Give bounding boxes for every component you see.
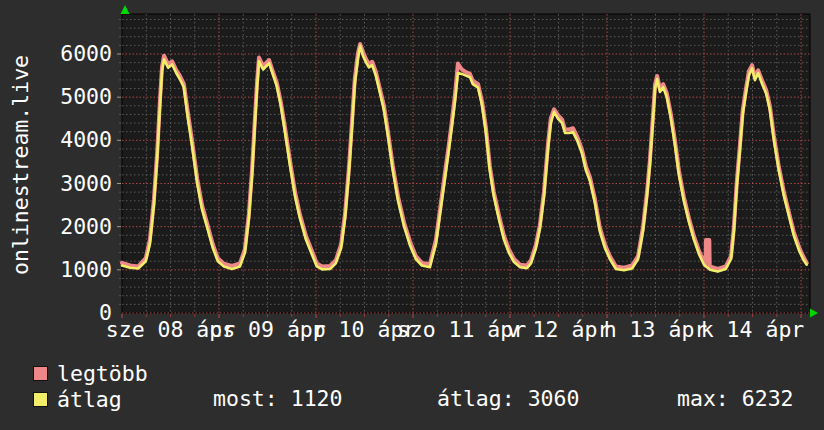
legend-label-max: legtöbb: [57, 361, 148, 386]
stat-atlag-label: átlag:: [437, 388, 515, 410]
legend-label-avg: átlag: [57, 387, 122, 412]
y-axis-tick-label: 5000: [0, 86, 112, 108]
legend-item-atlag: átlag: [33, 388, 122, 410]
stat-atlag: átlag:3060: [437, 388, 579, 410]
y-axis-arrow-icon: [121, 5, 130, 14]
x-axis-tick-label: k 14 ápr: [678, 319, 824, 341]
legend-swatch-avg: [33, 392, 48, 407]
y-axis-tick-label: 3000: [0, 173, 112, 195]
stat-most-value: 1120: [291, 388, 343, 410]
stat-atlag-value: 3060: [528, 388, 580, 410]
legend-item-legtobb: legtöbb: [33, 362, 148, 384]
y-axis-tick-label: 4000: [0, 129, 112, 151]
y-axis-tick-label: 2000: [0, 216, 112, 238]
stat-max-label: max:: [677, 388, 729, 410]
stat-max: max:6232: [677, 388, 794, 410]
stat-most: most:1120: [213, 388, 343, 410]
x-axis-arrow-icon: [810, 309, 818, 318]
rrd-weekly-graph: onlinestream.live 0100020003000400050006…: [0, 0, 824, 430]
y-axis-tick-label: 6000: [0, 43, 112, 65]
stat-most-label: most:: [213, 388, 278, 410]
legend-swatch-max: [33, 366, 48, 381]
stat-max-value: 6232: [742, 388, 794, 410]
y-axis-tick-label: 1000: [0, 259, 112, 281]
